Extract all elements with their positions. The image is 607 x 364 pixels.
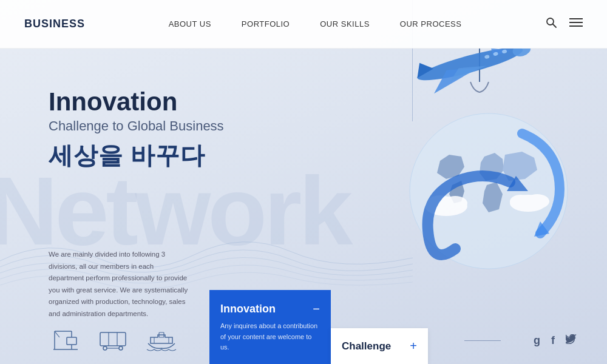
- nav-about-us[interactable]: ABOUT US: [169, 19, 211, 29]
- svg-line-23: [55, 331, 59, 337]
- challenge-card[interactable]: Challenge +: [331, 328, 428, 364]
- crane-icon-item[interactable]: [49, 326, 80, 352]
- innovation-card-text: Any inquires about a contribution of you…: [220, 321, 320, 353]
- search-icon[interactable]: [545, 16, 557, 32]
- hero-section: Innovation Challenge to Global Business …: [49, 88, 224, 172]
- hero-korean-text: 세상을 바꾸다: [49, 139, 224, 172]
- cargo-icon-item[interactable]: [97, 326, 129, 352]
- svg-point-0: [547, 18, 554, 25]
- svg-point-30: [103, 346, 107, 350]
- nav-our-skills[interactable]: OUR SKILLS: [320, 19, 370, 29]
- description-text: We are mainly divided into following 3 d…: [49, 249, 188, 320]
- ship-icon-item[interactable]: [146, 326, 177, 352]
- svg-rect-27: [100, 332, 126, 346]
- svg-point-31: [119, 346, 123, 350]
- challenge-card-title: Challenge: [342, 340, 391, 352]
- divider-line: [464, 340, 501, 341]
- hero-title: Innovation: [49, 88, 224, 116]
- innovation-card-title: Innovation −: [220, 302, 320, 316]
- facebook-icon[interactable]: f: [551, 334, 555, 347]
- logo: BUSINESS: [24, 18, 85, 30]
- header: BUSINESS ABOUT US PORTFOLIO OUR SKILLS O…: [0, 0, 607, 49]
- main-background: BUSINESS ABOUT US PORTFOLIO OUR SKILLS O…: [0, 0, 607, 364]
- innovation-card: Innovation − Any inquires about a contri…: [209, 290, 331, 364]
- nav-our-process[interactable]: OUR PROCESS: [400, 19, 462, 29]
- svg-point-17: [510, 195, 532, 208]
- challenge-expand-button[interactable]: +: [410, 339, 417, 353]
- social-icons: g f: [534, 334, 577, 347]
- navigation: ABOUT US PORTFOLIO OUR SKILLS OUR PROCES…: [169, 19, 462, 29]
- svg-point-14: [443, 196, 467, 211]
- google-plus-icon[interactable]: g: [534, 334, 540, 347]
- svg-rect-24: [67, 337, 76, 345]
- header-icons: [545, 16, 583, 32]
- globe-illustration: [334, 49, 589, 279]
- twitter-icon[interactable]: [566, 334, 577, 347]
- nav-portfolio[interactable]: PORTFOLIO: [242, 19, 290, 29]
- bottom-icons: [49, 326, 177, 352]
- innovation-collapse-button[interactable]: −: [313, 302, 320, 316]
- svg-line-1: [553, 24, 556, 27]
- hero-subtitle: Challenge to Global Business: [49, 118, 224, 134]
- menu-icon[interactable]: [569, 18, 583, 30]
